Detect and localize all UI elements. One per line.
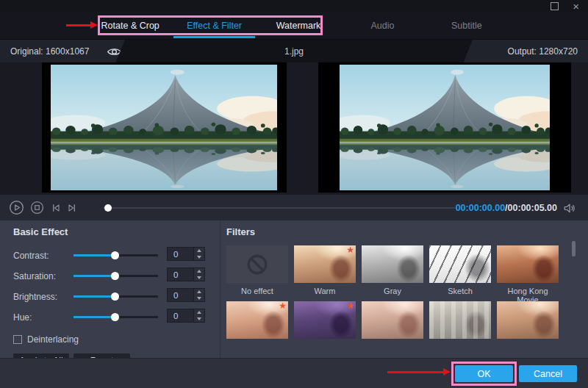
hue-slider[interactable] [74, 312, 158, 321]
tab-bar: Rotate & Crop Effect & Filter Watermark … [88, 12, 509, 39]
maximize-icon[interactable] [551, 2, 559, 10]
filter-tile-row2-3[interactable] [362, 301, 423, 339]
tab-watermark[interactable]: Watermark [257, 12, 340, 39]
filter-label: Hong Kong Movie [497, 287, 559, 298]
active-tab-underline [173, 36, 254, 38]
settings-panel: Basic Effect Contrast: 0 [0, 220, 588, 358]
contrast-label: Contrast: [13, 251, 49, 261]
spin-down-icon[interactable] [194, 295, 204, 302]
spin-down-icon[interactable] [194, 254, 204, 261]
favorite-star-icon[interactable]: ★ [346, 245, 354, 255]
previous-frame-icon[interactable] [50, 202, 62, 214]
stop-icon[interactable] [30, 201, 44, 215]
tab-rotate-crop[interactable]: Rotate & Crop [88, 12, 172, 39]
play-icon[interactable] [9, 200, 24, 215]
hue-value: 0 [168, 309, 193, 322]
cancel-button-label: Cancel [534, 369, 562, 379]
brightness-slider-handle[interactable] [111, 292, 119, 301]
seek-handle[interactable] [104, 204, 112, 212]
ok-button-label: OK [477, 369, 490, 379]
filter-tile-sketch[interactable] [429, 245, 491, 283]
tab-audio[interactable]: Audio [340, 12, 424, 39]
no-effect-icon [245, 252, 270, 277]
original-size-tab: Original: 1600x1067 [0, 40, 125, 63]
output-size-label: Output: 1280x720 [508, 46, 578, 57]
deinterlacing-checkbox-row[interactable]: Deinterlacing [13, 334, 220, 345]
hue-slider-handle[interactable] [111, 313, 119, 321]
cancel-button[interactable]: Cancel [519, 365, 577, 382]
spin-up-icon[interactable] [194, 268, 204, 275]
spin-down-icon[interactable] [194, 316, 204, 323]
saturation-label: Saturation: [13, 271, 56, 281]
brightness-spinbox[interactable]: 0 [167, 288, 205, 302]
time-display: 00:00:00.00/00:00:05.00 [456, 203, 557, 213]
eye-preview-toggle-icon[interactable] [107, 47, 122, 57]
close-icon[interactable]: × [573, 1, 579, 11]
saturation-slider-handle[interactable] [111, 272, 119, 280]
filter-tile-row2-5[interactable] [497, 301, 559, 339]
filter-tile-row2-1[interactable]: ★ [226, 301, 288, 339]
filter-tile-row2-4[interactable] [429, 301, 491, 339]
hue-label: Hue: [13, 312, 32, 323]
tab-effect-filter[interactable]: Effect & Filter [172, 12, 256, 39]
footer-bar: OK Cancel [0, 358, 588, 388]
contrast-value: 0 [168, 248, 193, 260]
filter-tile-warm[interactable]: ★ [294, 245, 356, 283]
total-time: 00:00:05.00 [508, 203, 557, 213]
current-time: 00:00:00.00 [456, 203, 505, 213]
brightness-value: 0 [168, 289, 193, 301]
spin-up-icon[interactable] [194, 309, 204, 316]
original-preview-canvas [42, 62, 287, 193]
spin-down-icon[interactable] [194, 275, 204, 281]
contrast-slider[interactable] [74, 251, 158, 259]
ok-button[interactable]: OK [455, 365, 513, 382]
output-preview-canvas [318, 62, 571, 193]
output-size-tab: Output: 1280x720 [463, 40, 588, 63]
favorite-star-icon[interactable]: ★ [279, 301, 287, 311]
spin-up-icon[interactable] [194, 248, 204, 254]
basic-effect-panel: Basic Effect Contrast: 0 [0, 220, 220, 358]
tab-effect-filter-label: Effect & Filter [187, 21, 242, 31]
filters-title: Filters [226, 226, 588, 237]
tab-subtitle[interactable]: Subtitle [425, 12, 509, 39]
contrast-slider-handle[interactable] [111, 251, 119, 259]
saturation-spinbox[interactable]: 0 [167, 267, 205, 281]
hue-spinbox[interactable]: 0 [167, 309, 205, 323]
filters-panel: Filters No effect ★ Warm [221, 220, 588, 358]
deinterlacing-label: Deinterlacing [27, 334, 79, 345]
titlebar: × [0, 0, 588, 12]
tab-watermark-label: Watermark [276, 21, 321, 31]
filters-scrollbar[interactable] [572, 241, 576, 256]
output-preview-image [340, 65, 550, 190]
filter-tile-no-effect[interactable] [226, 245, 288, 283]
spin-up-icon[interactable] [194, 289, 204, 295]
preview-header: Original: 1600x1067 1.jpg Output: 1280x7… [0, 39, 588, 62]
favorite-star-icon[interactable]: ★ [346, 301, 354, 311]
saturation-slider[interactable] [74, 271, 158, 280]
tab-subtitle-label: Subtitle [451, 21, 482, 31]
preview-area [0, 62, 588, 195]
tab-rotate-crop-label: Rotate & Crop [101, 21, 159, 31]
filter-tile-gray[interactable] [362, 245, 423, 283]
original-size-label: Original: 1600x1067 [10, 46, 89, 57]
contrast-row: Contrast: 0 [13, 245, 220, 265]
hue-row: Hue: 0 [13, 306, 220, 327]
filter-tile-hong-kong-movie[interactable] [497, 245, 559, 283]
seek-slider[interactable] [103, 204, 456, 212]
transport-bar: 00:00:00.00/00:00:05.00 [0, 195, 588, 220]
saturation-row: Saturation: 0 [13, 265, 220, 286]
contrast-spinbox[interactable]: 0 [167, 247, 205, 261]
brightness-label: Brightness: [13, 292, 57, 302]
volume-icon[interactable] [563, 202, 576, 214]
brightness-row: Brightness: 0 [13, 286, 220, 306]
filter-label: Sketch [429, 287, 491, 298]
deinterlacing-checkbox[interactable] [13, 335, 22, 344]
original-preview-image [51, 65, 277, 190]
basic-effect-title: Basic Effect [13, 226, 220, 237]
seek-track[interactable] [103, 207, 456, 209]
filter-tile-row2-2[interactable]: ★ [294, 301, 356, 339]
saturation-value: 0 [168, 268, 193, 281]
next-frame-icon[interactable] [66, 202, 78, 214]
filter-label: Gray [362, 287, 423, 298]
brightness-slider[interactable] [74, 292, 158, 301]
